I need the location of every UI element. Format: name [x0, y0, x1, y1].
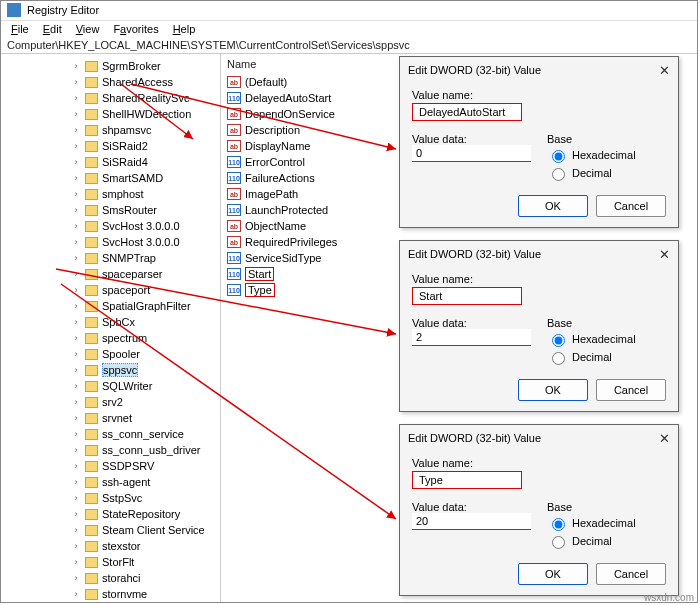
- chevron-right-icon: ›: [71, 429, 81, 439]
- radio-hex[interactable]: [552, 518, 565, 531]
- tree-node[interactable]: ›stexstor: [1, 538, 220, 554]
- tree-label: storahci: [102, 572, 141, 584]
- value-data-input[interactable]: [412, 513, 531, 530]
- cancel-button[interactable]: Cancel: [596, 379, 666, 401]
- value-name-field[interactable]: Type: [412, 471, 522, 489]
- tree-node[interactable]: ›Steam Client Service: [1, 522, 220, 538]
- tree-node[interactable]: ›SQLWriter: [1, 378, 220, 394]
- tree-label: srvnet: [102, 412, 132, 424]
- ok-button[interactable]: OK: [518, 563, 588, 585]
- tree-node[interactable]: ›ssh-agent: [1, 474, 220, 490]
- value-name: ObjectName: [245, 220, 306, 232]
- registry-editor-window: Registry Editor FFileile Edit View Favor…: [0, 0, 698, 603]
- folder-icon: [85, 93, 98, 104]
- radio-dec[interactable]: [552, 536, 565, 549]
- tree-pane[interactable]: ›SgrmBroker›SharedAccess›SharedRealitySv…: [1, 54, 221, 602]
- folder-icon: [85, 61, 98, 72]
- chevron-right-icon: ›: [71, 413, 81, 423]
- tree-node[interactable]: ›SSDPSRV: [1, 458, 220, 474]
- value-name-field[interactable]: DelayedAutoStart: [412, 103, 522, 121]
- close-icon[interactable]: ✕: [659, 431, 670, 446]
- reg-bin-icon: 110: [227, 172, 241, 184]
- tree-label: SgrmBroker: [102, 60, 161, 72]
- menu-favorites[interactable]: Favorites: [107, 22, 164, 36]
- tree-node[interactable]: ›SharedRealitySvc: [1, 90, 220, 106]
- folder-icon: [85, 253, 98, 264]
- folder-icon: [85, 429, 98, 440]
- value-name: ServiceSidType: [245, 252, 321, 264]
- ok-button[interactable]: OK: [518, 195, 588, 217]
- tree-node[interactable]: ›srvnet: [1, 410, 220, 426]
- tree-node[interactable]: ›ss_conn_usb_driver: [1, 442, 220, 458]
- tree-node[interactable]: ›SiSRaid4: [1, 154, 220, 170]
- tree-node[interactable]: ›stornvme: [1, 586, 220, 602]
- cancel-button[interactable]: Cancel: [596, 563, 666, 585]
- tree-node[interactable]: ›shpamsvc: [1, 122, 220, 138]
- tree-node[interactable]: ›SmsRouter: [1, 202, 220, 218]
- tree-node[interactable]: ›spaceparser: [1, 266, 220, 282]
- tree-node[interactable]: ›Spooler: [1, 346, 220, 362]
- tree-label: ss_conn_usb_driver: [102, 444, 200, 456]
- menu-file[interactable]: FFileile: [5, 22, 35, 36]
- reg-sz-icon: ab: [227, 124, 241, 136]
- tree-node[interactable]: ›SpatialGraphFilter: [1, 298, 220, 314]
- tree-node[interactable]: ›SharedAccess: [1, 74, 220, 90]
- radio-dec[interactable]: [552, 168, 565, 181]
- value-name: (Default): [245, 76, 287, 88]
- value-name: FailureActions: [245, 172, 315, 184]
- tree-node[interactable]: ›SmartSAMD: [1, 170, 220, 186]
- tree-label: SpbCx: [102, 316, 135, 328]
- tree-node[interactable]: ›StorFlt: [1, 554, 220, 570]
- ok-button[interactable]: OK: [518, 379, 588, 401]
- menu-edit[interactable]: Edit: [37, 22, 68, 36]
- chevron-right-icon: ›: [71, 445, 81, 455]
- tree-node[interactable]: ›storahci: [1, 570, 220, 586]
- tree-node[interactable]: ›ShellHWDetection: [1, 106, 220, 122]
- tree-node[interactable]: ›SpbCx: [1, 314, 220, 330]
- value-name: DependOnService: [245, 108, 335, 120]
- value-data-input[interactable]: [412, 145, 531, 162]
- tree-node[interactable]: ›ss_conn_service: [1, 426, 220, 442]
- tree-node[interactable]: ›SvcHost 3.0.0.0: [1, 218, 220, 234]
- tree-node[interactable]: ›spectrum: [1, 330, 220, 346]
- value-name: ImagePath: [245, 188, 298, 200]
- tree-label: SQLWriter: [102, 380, 152, 392]
- folder-icon: [85, 365, 98, 376]
- folder-icon: [85, 125, 98, 136]
- radio-hex[interactable]: [552, 150, 565, 163]
- menu-view[interactable]: View: [70, 22, 106, 36]
- tree-node[interactable]: ›SstpSvc: [1, 490, 220, 506]
- tree-label: stexstor: [102, 540, 141, 552]
- close-icon[interactable]: ✕: [659, 63, 670, 78]
- folder-icon: [85, 509, 98, 520]
- address-bar[interactable]: Computer\HKEY_LOCAL_MACHINE\SYSTEM\Curre…: [1, 37, 697, 54]
- dialog-title: Edit DWORD (32-bit) Value: [408, 432, 541, 444]
- tree-node[interactable]: ›SvcHost 3.0.0.0: [1, 234, 220, 250]
- cancel-button[interactable]: Cancel: [596, 195, 666, 217]
- tree-label: spaceparser: [102, 268, 163, 280]
- folder-icon: [85, 397, 98, 408]
- tree-node[interactable]: ›SgrmBroker: [1, 58, 220, 74]
- tree-node[interactable]: ›SNMPTrap: [1, 250, 220, 266]
- radio-hex[interactable]: [552, 334, 565, 347]
- chevron-right-icon: ›: [71, 381, 81, 391]
- tree-node[interactable]: ›StateRepository: [1, 506, 220, 522]
- folder-icon: [85, 493, 98, 504]
- chevron-right-icon: ›: [71, 189, 81, 199]
- folder-icon: [85, 557, 98, 568]
- close-icon[interactable]: ✕: [659, 247, 670, 262]
- value-name: LaunchProtected: [245, 204, 328, 216]
- tree-node[interactable]: ›spaceport: [1, 282, 220, 298]
- tree-node[interactable]: ›sppsvc: [1, 362, 220, 378]
- tree-node[interactable]: ›smphost: [1, 186, 220, 202]
- folder-icon: [85, 589, 98, 600]
- chevron-right-icon: ›: [71, 61, 81, 71]
- value-data-input[interactable]: [412, 329, 531, 346]
- radio-dec[interactable]: [552, 352, 565, 365]
- menu-help[interactable]: Help: [167, 22, 202, 36]
- folder-icon: [85, 541, 98, 552]
- tree-node[interactable]: ›SiSRaid2: [1, 138, 220, 154]
- tree-node[interactable]: ›srv2: [1, 394, 220, 410]
- value-name-field[interactable]: Start: [412, 287, 522, 305]
- folder-icon: [85, 301, 98, 312]
